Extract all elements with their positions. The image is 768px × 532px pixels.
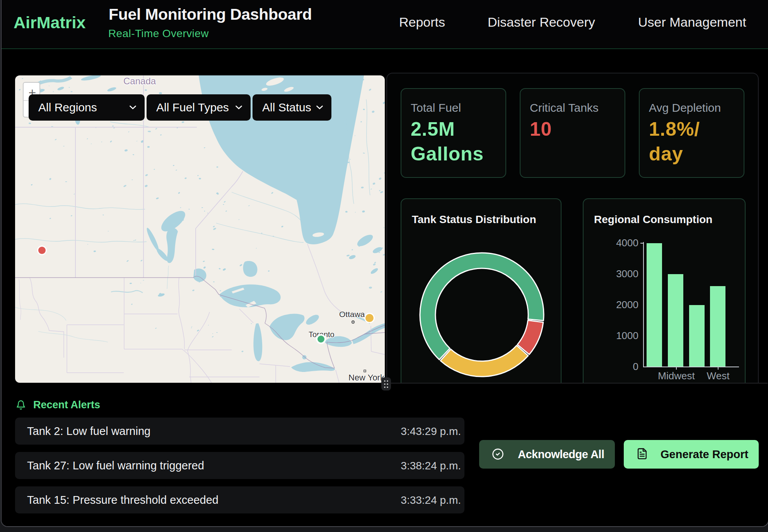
svg-text:West: West xyxy=(707,370,730,382)
svg-text:2000: 2000 xyxy=(616,299,638,310)
svg-text:3000: 3000 xyxy=(616,268,638,280)
svg-text:Midwest: Midwest xyxy=(658,370,695,382)
svg-text:0: 0 xyxy=(633,361,638,372)
svg-text:4000: 4000 xyxy=(616,237,638,249)
svg-text:1000: 1000 xyxy=(616,330,638,341)
